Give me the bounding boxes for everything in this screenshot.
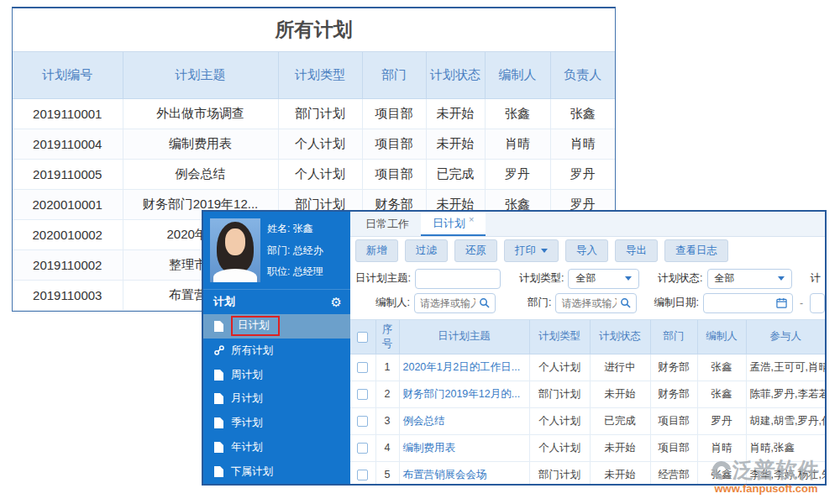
sidebar: 姓名: 张鑫 部门: 总经办 职位: 总经理 计划 ⚙ 日计划 所有计划 周计划…	[203, 212, 350, 484]
caret-down-icon	[625, 276, 632, 281]
column-header: 计划状态	[426, 52, 485, 98]
compiler-filter-label: 编制人:	[375, 296, 410, 310]
file-icon	[214, 393, 223, 404]
type-filter-label: 计划类型:	[519, 271, 564, 286]
tab-daily-work[interactable]: 日常工作	[354, 212, 421, 236]
watermark: 泛普软件 www.fanpusoft.com	[712, 456, 820, 495]
cell-subject-link[interactable]: 例会总结	[399, 407, 529, 434]
row-checkbox[interactable]	[357, 416, 368, 427]
profile-position: 职位: 总经理	[267, 265, 323, 277]
type-filter-select[interactable]: 全部	[568, 269, 639, 289]
watermark-brand: 泛普软件	[732, 456, 820, 484]
cell-dept: 项目部	[650, 434, 697, 461]
sidebar-item-quarterly-plan[interactable]: 季计划	[203, 411, 350, 435]
cell-dept: 项目部	[362, 159, 426, 189]
sidebar-item-annual-plan[interactable]: 年计划	[203, 435, 350, 459]
row-checkbox[interactable]	[357, 470, 368, 480]
cell-dept: 项目部	[650, 407, 697, 434]
annotation-box: 日计划	[231, 316, 280, 336]
file-icon	[214, 466, 223, 477]
cell-subject-link[interactable]: 2020年1月2日的工作日...	[399, 354, 529, 381]
sidebar-item-weekly-plan[interactable]: 周计划	[203, 363, 350, 387]
print-button[interactable]: 打印	[504, 239, 559, 262]
cell-compiler: 张鑫	[697, 381, 746, 407]
sidebar-item-label: 所有计划	[231, 344, 273, 358]
filter-button[interactable]: 过滤	[405, 239, 448, 262]
table-row: 2 财务部门2019年12月的... 部门计划 未开始 财务部 张鑫 陈菲,罗丹…	[350, 381, 825, 407]
sidebar-section-label: 计划	[213, 294, 235, 309]
dept-input-field[interactable]	[558, 297, 620, 309]
row-checkbox[interactable]	[357, 362, 368, 373]
table-row: 2019110005 例会总结 个人计划 项目部 已完成 罗丹 罗丹	[13, 159, 615, 189]
cell-subject: 外出做市场调查	[123, 98, 278, 129]
compiler-input-field[interactable]	[417, 297, 479, 309]
cell-subject-link[interactable]: 财务部门2019年12月的...	[399, 381, 529, 407]
dept-filter-label: 部门:	[528, 296, 551, 310]
subject-filter-input[interactable]	[415, 269, 501, 289]
cell-status: 未开始	[590, 434, 650, 461]
table-row: 2019110004 编制费用表 个人计划 项目部 未开始 肖晴 肖晴	[13, 129, 615, 159]
file-icon	[214, 417, 223, 428]
link-icon	[214, 345, 223, 356]
cell-owner: 张鑫	[550, 98, 615, 129]
cell-no: 1	[375, 354, 399, 381]
cell-subject: 例会总结	[123, 159, 278, 189]
watermark-url: www.fanpusoft.com	[712, 482, 820, 495]
cell-type: 个人计划	[529, 407, 590, 434]
sidebar-item-subordinate-plan[interactable]: 下属计划	[203, 459, 350, 484]
date-from-field[interactable]	[706, 297, 776, 309]
cell-type: 部门计划	[278, 98, 362, 129]
column-header: 计划类型	[278, 52, 362, 98]
cell-subject-link[interactable]: 编制费用表	[399, 434, 529, 461]
sidebar-item-monthly-plan[interactable]: 月计划	[203, 387, 350, 412]
cell-participants: 孟浩,王可可,肖晴,张鑫	[746, 354, 825, 381]
select-all-header	[350, 320, 375, 354]
tab-daily-plan[interactable]: 日计划 ×	[421, 212, 486, 236]
cell-type: 个人计划	[278, 129, 362, 159]
column-header: 参与人	[746, 320, 825, 354]
date-from-input[interactable]	[703, 293, 793, 313]
fanpu-logo-icon	[709, 457, 735, 483]
date-to-input[interactable]	[810, 293, 825, 313]
add-button[interactable]: 新增	[355, 239, 398, 262]
table-row: 3 例会总结 个人计划 已完成 项目部 罗丹 胡建,胡雪,罗丹,任晓...	[350, 407, 825, 434]
cell-plan-no: 2019110001	[13, 98, 123, 129]
gear-icon[interactable]: ⚙	[331, 296, 342, 308]
file-icon	[214, 442, 223, 453]
avatar-face	[225, 228, 245, 255]
column-header: 编制人	[697, 320, 746, 354]
sidebar-item-label: 日计划	[238, 319, 270, 331]
user-profile: 姓名: 张鑫 部门: 总经办 职位: 总经理	[203, 212, 350, 289]
export-button[interactable]: 导出	[615, 239, 658, 262]
date-to-field[interactable]	[812, 297, 825, 309]
row-checkbox[interactable]	[357, 389, 368, 400]
daily-plan-window: 姓名: 张鑫 部门: 总经办 职位: 总经理 计划 ⚙ 日计划 所有计划 周计划…	[202, 210, 827, 486]
subject-filter-label: 日计划主题:	[355, 271, 411, 286]
row-checkbox[interactable]	[357, 443, 368, 454]
import-button[interactable]: 导入	[565, 239, 608, 262]
cell-type: 部门计划	[529, 381, 590, 407]
column-header: 负责人	[550, 52, 615, 98]
cell-participants: 胡建,胡雪,罗丹,任晓...	[746, 407, 825, 434]
file-icon	[214, 321, 223, 332]
sidebar-item-daily-plan[interactable]: 日计划	[203, 314, 350, 339]
sidebar-item-label: 下属计划	[231, 465, 273, 479]
status-filter-select[interactable]: 全部	[707, 269, 792, 289]
view-log-button[interactable]: 查看日志	[664, 239, 728, 262]
cell-type: 个人计划	[529, 434, 590, 461]
search-icon	[479, 297, 490, 308]
close-icon[interactable]: ×	[469, 214, 474, 224]
avatar	[210, 218, 260, 282]
sidebar-item-all-plans[interactable]: 所有计划	[203, 339, 350, 363]
select-all-checkbox[interactable]	[357, 332, 368, 343]
profile-name: 姓名: 张鑫	[267, 223, 323, 234]
cell-dept: 项目部	[362, 129, 426, 159]
restore-button[interactable]: 还原	[454, 239, 497, 262]
cell-type: 部门计划	[529, 461, 590, 484]
cell-status: 已完成	[590, 407, 650, 434]
dept-filter-input[interactable]	[555, 293, 637, 313]
column-header: 计划状态	[590, 320, 650, 354]
compiler-filter-input[interactable]	[414, 293, 496, 313]
cell-subject-link[interactable]: 布置营销展会会场	[399, 461, 529, 484]
cell-plan-no: 2020010001	[13, 189, 123, 219]
